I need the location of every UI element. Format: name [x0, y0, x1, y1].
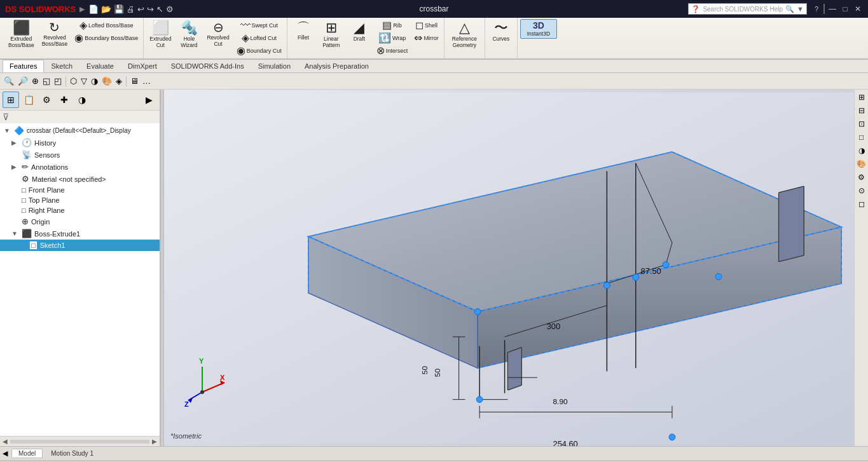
- lofted-boss-button[interactable]: ◈ Lofted Boss/Base: [72, 19, 141, 32]
- tab-addins[interactable]: SOLIDWORKS Add-Ins: [164, 60, 251, 72]
- rt-btn-1[interactable]: ⊞: [855, 91, 868, 104]
- sensors-icon: 📡: [22, 150, 32, 160]
- rt-btn-3[interactable]: ⊡: [855, 118, 868, 130]
- view-icon-12[interactable]: …: [141, 76, 152, 86]
- tree-item-material[interactable]: ▶ ⚙ Material <not specified>: [0, 173, 160, 185]
- tab-dimxpert[interactable]: DimXpert: [121, 60, 164, 72]
- open-icon[interactable]: 📂: [101, 4, 111, 14]
- rt-btn-4[interactable]: □: [855, 131, 868, 144]
- tree-item-boss-extrude1[interactable]: ▼ ⬛ Boss-Extrude1: [0, 228, 160, 240]
- rt-btn-2[interactable]: ⊟: [855, 104, 868, 117]
- ribbon-group-boss: ⬛ ExtrudedBoss/Base ↻ RevolvedBoss/Base …: [3, 18, 144, 58]
- tree-item-right-plane[interactable]: ▶ □ Right Plane: [0, 205, 160, 215]
- revolved-boss-button[interactable]: ↻ RevolvedBoss/Base: [39, 19, 71, 49]
- boundary-cut-button[interactable]: ◉ Boundary Cut: [234, 44, 284, 57]
- expand-panel-btn[interactable]: ▶: [141, 92, 157, 108]
- search-dropdown[interactable]: ▼: [797, 5, 804, 13]
- rt-btn-9[interactable]: ◻: [855, 198, 868, 210]
- save-icon[interactable]: 💾: [114, 4, 124, 14]
- wrap-button[interactable]: 🔃 Wrap: [374, 32, 411, 44]
- search-bar[interactable]: ❓ Search SOLIDWORKS Help 🔍 ▼: [688, 3, 807, 15]
- property-manager-tab[interactable]: 📋: [20, 92, 37, 108]
- view-icon-10[interactable]: ◈: [114, 76, 123, 86]
- revolved-cut-button[interactable]: ⊖ RevolvedCut: [203, 19, 232, 49]
- swept-cut-button[interactable]: 〰 Swept Cut: [234, 19, 284, 32]
- boss-extrude1-expand[interactable]: ▼: [11, 230, 19, 237]
- view-icon-4[interactable]: ◱: [41, 76, 52, 86]
- reference-geometry-button[interactable]: △ ReferenceGeometry: [447, 19, 482, 50]
- rt-btn-8[interactable]: ⊙: [855, 184, 868, 197]
- draft-button[interactable]: ◢ Draft: [346, 19, 373, 44]
- boundary-boss-button[interactable]: ◉ Boundary Boss/Base: [72, 32, 141, 44]
- tab-sketch[interactable]: Sketch: [44, 60, 79, 72]
- view-icon-9[interactable]: 🎨: [100, 76, 113, 86]
- config-manager-tab[interactable]: ⚙: [38, 92, 55, 108]
- tree-item-front-plane[interactable]: ▶ □ Front Plane: [0, 185, 160, 195]
- tab-features[interactable]: Features: [3, 60, 44, 72]
- annotations-expand[interactable]: ▶: [11, 163, 19, 170]
- tab-evaluate[interactable]: Evaluate: [79, 60, 121, 72]
- new-icon[interactable]: 📄: [88, 4, 99, 14]
- tab-simulation[interactable]: Simulation: [251, 60, 298, 72]
- filter-icon[interactable]: ⊽: [3, 112, 9, 122]
- bottom-scroll-left[interactable]: ◀: [3, 449, 8, 458]
- history-expand[interactable]: ▶: [11, 139, 19, 146]
- tree-root[interactable]: ▼ 🔷 crossbar (Default<<Default>_Display: [0, 125, 160, 137]
- view-icon-2[interactable]: 🔎: [17, 76, 29, 86]
- root-expand[interactable]: ▼: [4, 127, 11, 134]
- panel-divider-drag[interactable]: [10, 440, 149, 444]
- help-icon[interactable]: ?: [815, 5, 818, 13]
- material-icon: ⚙: [22, 174, 29, 184]
- rt-btn-5[interactable]: ◑: [855, 144, 868, 157]
- maximize-button[interactable]: □: [840, 4, 850, 14]
- intersect-button[interactable]: ⊗ Intersect: [374, 44, 411, 57]
- select-icon[interactable]: ↖: [156, 4, 163, 14]
- svg-point-40: [633, 274, 639, 280]
- linear-pattern-button[interactable]: ⊞ LinearPattern: [318, 19, 345, 50]
- close-button[interactable]: ✕: [853, 4, 863, 14]
- tree-item-top-plane[interactable]: ▶ □ Top Plane: [0, 195, 160, 205]
- view-icon-6[interactable]: ⬡: [69, 76, 78, 86]
- ribbon-group-cut-items: ⬜ ExtrudedCut 🔩 HoleWizard ⊖ RevolvedCut…: [146, 19, 284, 57]
- undo-icon[interactable]: ↩: [137, 4, 144, 14]
- hole-wizard-button[interactable]: 🔩 HoleWizard: [176, 19, 202, 50]
- minimize-button[interactable]: —: [827, 4, 837, 14]
- tree-item-history[interactable]: ▶ 🕐 History: [0, 137, 160, 149]
- display-manager-tab[interactable]: ◑: [74, 92, 90, 108]
- mirror-button[interactable]: ⇔ Mirror: [411, 32, 441, 44]
- tree-item-sketch1[interactable]: ▶ □ Sketch1: [0, 240, 160, 251]
- tree-item-origin[interactable]: ▶ ⊕ Origin: [0, 215, 160, 228]
- rt-btn-6[interactable]: 🎨: [855, 158, 868, 170]
- curves-button[interactable]: 〜 Curves: [488, 19, 514, 44]
- view-icon-1[interactable]: 🔍: [3, 76, 15, 86]
- view-icon-7[interactable]: ▽: [79, 76, 88, 86]
- shell-button[interactable]: ◻ Shell: [411, 19, 441, 32]
- view-icon-11[interactable]: 🖥: [129, 76, 140, 86]
- print-icon[interactable]: 🖨: [127, 4, 135, 14]
- view-icon-8[interactable]: ◑: [90, 76, 99, 86]
- redo-icon[interactable]: ↪: [147, 4, 154, 14]
- tree-item-sensors[interactable]: ▶ 📡 Sensors: [0, 149, 160, 161]
- tab-motion-study-1[interactable]: Motion Study 1: [44, 449, 100, 458]
- lofted-cut-button[interactable]: ◈ Lofted Cut: [234, 32, 284, 44]
- ribbon-group-instant3d: 3D Instant3D: [518, 18, 560, 58]
- extruded-cut-button[interactable]: ⬜ ExtrudedCut: [146, 19, 174, 50]
- tab-analysis[interactable]: Analysis Preparation: [298, 60, 376, 72]
- scroll-left[interactable]: ◀: [3, 438, 8, 445]
- rib-button[interactable]: ▤ Rib: [374, 19, 411, 32]
- options-icon[interactable]: ⚙: [166, 4, 174, 14]
- feature-tree: ▼ 🔷 crossbar (Default<<Default>_Display …: [0, 123, 160, 436]
- search-icon[interactable]: 🔍: [785, 5, 794, 13]
- extruded-boss-button[interactable]: ⬛ ExtrudedBoss/Base: [5, 19, 38, 50]
- rt-btn-7[interactable]: ⚙: [855, 171, 868, 184]
- view-icon-3[interactable]: ⊕: [31, 76, 40, 86]
- tree-item-annotations[interactable]: ▶ ✏ Annotations: [0, 161, 160, 173]
- viewport[interactable]: 87.50 300 8.90 8.90 254.60: [164, 90, 854, 446]
- tab-model[interactable]: Model: [11, 449, 43, 458]
- instant3d-button[interactable]: 3D Instant3D: [520, 19, 557, 39]
- feature-manager-tab[interactable]: ⊞: [3, 92, 19, 108]
- fillet-button[interactable]: ⌒ Fillet: [290, 19, 317, 43]
- view-icon-5[interactable]: ◰: [53, 76, 63, 86]
- dimxpert-manager-tab[interactable]: ✚: [56, 92, 72, 108]
- scroll-right[interactable]: ▶: [152, 438, 157, 445]
